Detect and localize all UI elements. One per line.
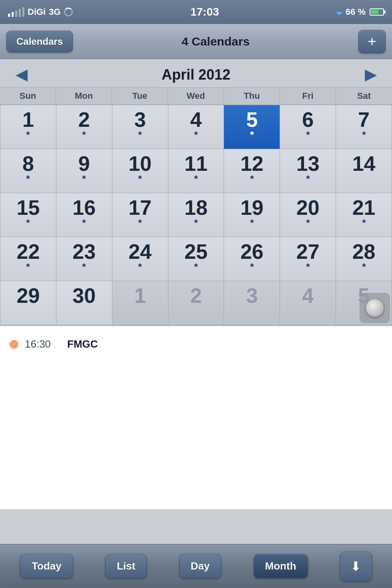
event-name: FMGC <box>67 338 98 350</box>
battery-percent: 66 % <box>346 7 366 17</box>
cal-cell-23[interactable]: 23 <box>56 237 112 281</box>
cal-cell-6[interactable]: 6 <box>280 105 336 149</box>
today-button[interactable]: Today <box>20 554 73 578</box>
cal-day-number: 23 <box>72 241 96 262</box>
carrier-label: DiGi <box>28 7 46 17</box>
month-button[interactable]: Month <box>254 554 308 578</box>
cal-cell-26[interactable]: 26 <box>224 237 280 281</box>
cal-cell-16[interactable]: 16 <box>56 193 112 237</box>
cal-day-number: 2 <box>78 109 90 130</box>
event-dot-indicator <box>194 176 198 179</box>
activity-indicator <box>64 8 73 16</box>
day-header-sun: Sun <box>0 88 56 104</box>
cal-day-number: 4 <box>190 109 202 130</box>
event-item[interactable]: 16:30FMGC <box>10 334 382 354</box>
cal-day-number: 11 <box>184 153 208 174</box>
cal-cell-18[interactable]: 18 <box>168 193 224 237</box>
event-dot-indicator <box>250 220 254 223</box>
cal-cell-21[interactable]: 21 <box>336 193 392 237</box>
list-button[interactable]: List <box>105 554 147 578</box>
day-header-mon: Mon <box>56 88 112 104</box>
cal-day-number: 16 <box>72 197 96 218</box>
cal-cell-31[interactable]: 1 <box>112 281 168 325</box>
cal-day-number: 3 <box>246 285 258 306</box>
event-dot-indicator <box>306 220 310 223</box>
status-time: 17:03 <box>190 6 219 18</box>
cal-day-number: 30 <box>72 285 96 306</box>
add-calendar-button[interactable]: + <box>358 30 386 53</box>
event-dot-indicator <box>362 264 366 267</box>
nav-bar: Calendars 4 Calendars + <box>0 24 392 59</box>
cal-cell-10[interactable]: 10 <box>112 149 168 193</box>
day-header-sat: Sat <box>336 88 392 104</box>
cal-day-number: 1 <box>134 285 146 306</box>
month-header: ◀ April 2012 ▶ <box>0 59 392 87</box>
day-button[interactable]: Day <box>179 554 222 578</box>
event-dot-indicator <box>362 132 366 135</box>
cal-cell-22[interactable]: 22 <box>0 237 56 281</box>
battery-icon <box>370 8 384 16</box>
cal-cell-1[interactable]: 1 <box>0 105 56 149</box>
cal-cell-9[interactable]: 9 <box>56 149 112 193</box>
share-button[interactable]: ⬇ <box>340 552 372 581</box>
event-dot-indicator <box>362 220 366 223</box>
cal-cell-5[interactable]: 5 <box>224 105 280 149</box>
cal-cell-35[interactable]: 5 <box>336 281 392 325</box>
cal-day-number: 4 <box>302 285 314 306</box>
cal-cell-8[interactable]: 8 <box>0 149 56 193</box>
cal-day-number: 13 <box>296 153 320 174</box>
day-header-tue: Tue <box>112 88 168 104</box>
cal-cell-20[interactable]: 20 <box>280 193 336 237</box>
event-time: 16:30 <box>25 338 61 350</box>
event-dot-indicator <box>26 176 30 179</box>
event-dot-indicator <box>250 176 254 179</box>
day-header-fri: Fri <box>280 88 336 104</box>
cal-day-number: 15 <box>17 197 40 218</box>
cal-cell-4[interactable]: 4 <box>168 105 224 149</box>
cal-cell-24[interactable]: 24 <box>112 237 168 281</box>
cal-day-number: 17 <box>128 197 152 218</box>
cal-day-number: 22 <box>17 241 40 262</box>
cal-day-number: 25 <box>184 241 208 262</box>
cal-cell-25[interactable]: 25 <box>168 237 224 281</box>
event-dot-indicator <box>82 132 86 135</box>
calendars-button[interactable]: Calendars <box>6 31 73 52</box>
cal-day-number: 8 <box>22 153 34 174</box>
cal-day-number: 19 <box>240 197 264 218</box>
cal-cell-11[interactable]: 11 <box>168 149 224 193</box>
cal-cell-29[interactable]: 29 <box>0 281 56 325</box>
status-bar: DiGi 3G 17:03 66 % <box>0 0 392 24</box>
cal-cell-15[interactable]: 15 <box>0 193 56 237</box>
scrollbar-thumb <box>366 299 384 317</box>
event-dot-indicator <box>26 264 30 267</box>
scrollbar-overlay[interactable] <box>360 293 390 323</box>
signal-icon <box>8 7 24 17</box>
cal-day-number: 21 <box>352 197 376 218</box>
bottom-toolbar: Today List Day Month ⬇ <box>0 544 392 588</box>
cal-cell-33[interactable]: 3 <box>224 281 280 325</box>
cal-day-number: 9 <box>78 153 90 174</box>
event-dot-indicator <box>138 176 142 179</box>
cal-cell-7[interactable]: 7 <box>336 105 392 149</box>
status-left: DiGi 3G <box>8 7 73 17</box>
day-headers: Sun Mon Tue Wed Thu Fri Sat <box>0 87 392 105</box>
event-dot-indicator <box>250 264 254 267</box>
nav-title: 4 Calendars <box>182 35 250 48</box>
cal-day-number: 12 <box>240 153 264 174</box>
cal-cell-13[interactable]: 13 <box>280 149 336 193</box>
cal-cell-30[interactable]: 30 <box>56 281 112 325</box>
prev-month-button[interactable]: ◀ <box>12 66 31 83</box>
cal-cell-2[interactable]: 2 <box>56 105 112 149</box>
cal-cell-32[interactable]: 2 <box>168 281 224 325</box>
event-dot-indicator <box>138 220 142 223</box>
cal-cell-3[interactable]: 3 <box>112 105 168 149</box>
cal-day-number: 14 <box>352 153 376 174</box>
cal-cell-17[interactable]: 17 <box>112 193 168 237</box>
cal-cell-27[interactable]: 27 <box>280 237 336 281</box>
cal-cell-34[interactable]: 4 <box>280 281 336 325</box>
cal-cell-28[interactable]: 28 <box>336 237 392 281</box>
cal-cell-12[interactable]: 12 <box>224 149 280 193</box>
next-month-button[interactable]: ▶ <box>361 66 380 83</box>
cal-cell-14[interactable]: 14 <box>336 149 392 193</box>
cal-cell-19[interactable]: 19 <box>224 193 280 237</box>
